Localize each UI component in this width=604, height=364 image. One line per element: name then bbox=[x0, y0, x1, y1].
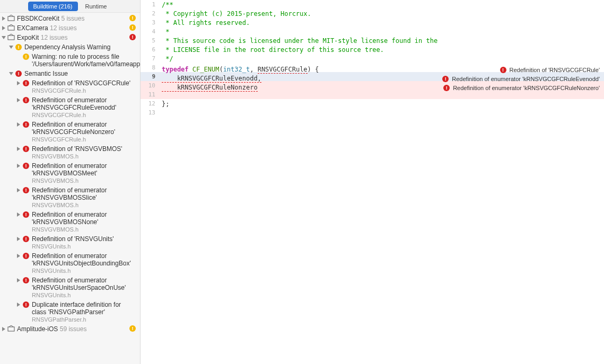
project-label: ExpoKit 12 issues bbox=[17, 34, 128, 41]
error-icon bbox=[22, 187, 30, 194]
project-row-amplitude[interactable]: Amplitude-iOS 59 issues bbox=[0, 324, 140, 334]
disclosure-down-icon[interactable] bbox=[8, 45, 14, 50]
issue-text: Redefinition of enumerator 'kRNSVGVBMOSS… bbox=[32, 187, 137, 209]
issue-row[interactable]: Redefinition of enumerator 'kRNSVGVBMOSS… bbox=[0, 185, 140, 210]
group-semantic-issue[interactable]: Semantic Issue bbox=[0, 69, 140, 78]
line-number: 13 bbox=[141, 109, 162, 116]
disclosure-right-icon[interactable] bbox=[16, 302, 21, 307]
code-text: */ bbox=[162, 55, 604, 63]
issue-text: Redefinition of 'RNSVGCGFCRule'RNSVGCGFC… bbox=[32, 79, 137, 94]
code-text: * This source code is licensed under the… bbox=[162, 37, 604, 45]
error-icon bbox=[22, 277, 30, 284]
group-label: Dependency Analysis Warning bbox=[24, 43, 137, 51]
issue-text: Redefinition of enumerator 'kRNSVGVBMOSM… bbox=[32, 162, 137, 184]
issue-tree[interactable]: FBSDKCoreKit 5 issues EXCamera 12 issues bbox=[0, 13, 140, 364]
tab-runtime[interactable]: Runtime bbox=[80, 2, 112, 11]
tab-buildtime[interactable]: Buildtime (216) bbox=[28, 2, 78, 11]
code-area[interactable]: 1/** 2 * Copyright (c) 2015-present, Hor… bbox=[141, 0, 604, 364]
error-icon bbox=[442, 76, 449, 82]
project-row-excamera[interactable]: EXCamera 12 issues bbox=[0, 23, 140, 33]
disclosure-down-icon[interactable] bbox=[1, 35, 6, 40]
warning-badge-icon bbox=[129, 24, 136, 31]
issue-text: Redefinition of 'RNSVGVBMOS'RNSVGVBMOS.h bbox=[32, 145, 137, 160]
issue-row[interactable]: Redefinition of enumerator 'kRNSVGVBMOSN… bbox=[0, 210, 140, 234]
issue-text: Redefinition of enumerator 'kRNSVGCGFCRu… bbox=[32, 96, 137, 119]
warning-icon bbox=[22, 53, 30, 60]
issue-row[interactable]: Redefinition of enumerator 'kRNSVGCGFCRu… bbox=[0, 95, 140, 120]
disclosure-right-icon[interactable] bbox=[16, 278, 21, 283]
error-badge-icon bbox=[129, 34, 136, 40]
issue-row[interactable]: Redefinition of 'RNSVGCGFCRule'RNSVGCGFC… bbox=[0, 78, 140, 95]
disclosure-right-icon[interactable] bbox=[16, 236, 21, 242]
issue-text: Warning: no rule to process file '/Users… bbox=[32, 53, 140, 68]
code-text: * Copyright (c) 2015-present, Horcrux. bbox=[162, 10, 604, 17]
inline-error[interactable]: Redefinition of enumerator 'kRNSVGCGFCRu… bbox=[442, 75, 600, 84]
disclosure-right-icon[interactable] bbox=[16, 253, 21, 259]
error-icon bbox=[22, 96, 30, 104]
code-text: /** bbox=[162, 1, 604, 8]
project-icon bbox=[7, 325, 15, 333]
error-icon bbox=[22, 211, 30, 218]
warning-badge-icon bbox=[129, 325, 136, 332]
svg-rect-1 bbox=[8, 26, 14, 30]
issue-row[interactable]: Redefinition of 'RNSVGUnits'RNSVGUnits.h bbox=[0, 234, 140, 251]
code-text: * bbox=[162, 28, 604, 35]
issue-row[interactable]: Duplicate interface definition for class… bbox=[0, 300, 140, 324]
project-row-expokit[interactable]: ExpoKit 12 issues bbox=[0, 33, 140, 42]
project-icon bbox=[7, 34, 15, 41]
line-number: 10 bbox=[141, 82, 162, 89]
warning-badge-icon bbox=[129, 15, 136, 21]
line-number: 8 bbox=[141, 64, 162, 71]
svg-rect-3 bbox=[8, 327, 14, 331]
error-icon bbox=[22, 235, 30, 243]
issue-navigator-sidebar: Buildtime (216) Runtime FBSDKCoreKit 5 i… bbox=[0, 0, 141, 364]
code-text: }; bbox=[162, 100, 604, 108]
line-number: 3 bbox=[141, 19, 162, 26]
project-label: Amplitude-iOS 59 issues bbox=[17, 325, 128, 333]
issue-text: Redefinition of enumerator 'kRNSVGUnitsO… bbox=[32, 252, 137, 274]
issue-text: Duplicate interface definition for class… bbox=[32, 301, 137, 323]
code-text: * All rights reserved. bbox=[162, 19, 604, 26]
issue-row[interactable]: Redefinition of enumerator 'kRNSVGVBMOSM… bbox=[0, 161, 140, 185]
error-icon bbox=[22, 162, 30, 170]
error-icon bbox=[22, 301, 30, 308]
disclosure-right-icon[interactable] bbox=[16, 188, 21, 193]
issue-row[interactable]: Redefinition of enumerator 'kRNSVGCGFCRu… bbox=[0, 120, 140, 144]
project-row-fbsdk[interactable]: FBSDKCoreKit 5 issues bbox=[0, 14, 140, 23]
error-icon bbox=[500, 67, 506, 73]
disclosure-right-icon[interactable] bbox=[16, 146, 21, 152]
disclosure-right-icon[interactable] bbox=[16, 81, 21, 86]
line-number: 4 bbox=[141, 28, 162, 35]
issue-row-depwarn[interactable]: Warning: no rule to process file '/Users… bbox=[0, 52, 140, 69]
issue-text: Redefinition of 'RNSVGUnits'RNSVGUnits.h bbox=[32, 235, 137, 250]
error-icon bbox=[22, 145, 30, 153]
disclosure-right-icon[interactable] bbox=[16, 212, 21, 217]
group-dependency-warning[interactable]: Dependency Analysis Warning bbox=[0, 42, 140, 52]
disclosure-right-icon[interactable] bbox=[1, 25, 6, 31]
issue-text: Redefinition of enumerator 'kRNSVGCGFCRu… bbox=[32, 121, 137, 143]
inline-error[interactable]: Redefinition of enumerator 'kRNSVGCGFCRu… bbox=[443, 84, 600, 93]
issue-row[interactable]: Redefinition of 'RNSVGVBMOS'RNSVGVBMOS.h bbox=[0, 144, 140, 161]
svg-rect-0 bbox=[8, 16, 14, 21]
disclosure-down-icon[interactable] bbox=[8, 71, 14, 76]
project-icon bbox=[7, 15, 15, 22]
line-number: 12 bbox=[141, 100, 162, 107]
inline-error[interactable]: Redefinition of 'RNSVGCGFCRule' bbox=[500, 66, 600, 75]
disclosure-right-icon[interactable] bbox=[1, 326, 6, 332]
issue-scope-tabs: Buildtime (216) Runtime bbox=[0, 0, 140, 13]
issue-row[interactable]: Redefinition of enumerator 'kRNSVGUnitsU… bbox=[0, 276, 140, 300]
error-icon bbox=[22, 121, 30, 128]
project-label: FBSDKCoreKit 5 issues bbox=[17, 15, 128, 22]
disclosure-right-icon[interactable] bbox=[16, 122, 21, 127]
disclosure-right-icon[interactable] bbox=[16, 163, 21, 168]
disclosure-right-icon[interactable] bbox=[1, 16, 6, 21]
source-editor[interactable]: 1/** 2 * Copyright (c) 2015-present, Hor… bbox=[141, 0, 604, 364]
project-label: EXCamera 12 issues bbox=[17, 24, 128, 32]
issue-text: Redefinition of enumerator 'kRNSVGVBMOSN… bbox=[32, 211, 137, 233]
line-number: 5 bbox=[141, 37, 162, 44]
disclosure-right-icon[interactable] bbox=[16, 97, 21, 103]
error-icon bbox=[15, 70, 22, 77]
warning-icon bbox=[15, 43, 22, 51]
issue-row[interactable]: Redefinition of enumerator 'kRNSVGUnitsO… bbox=[0, 251, 140, 276]
code-text: * LICENSE file in the root directory of … bbox=[162, 46, 604, 54]
